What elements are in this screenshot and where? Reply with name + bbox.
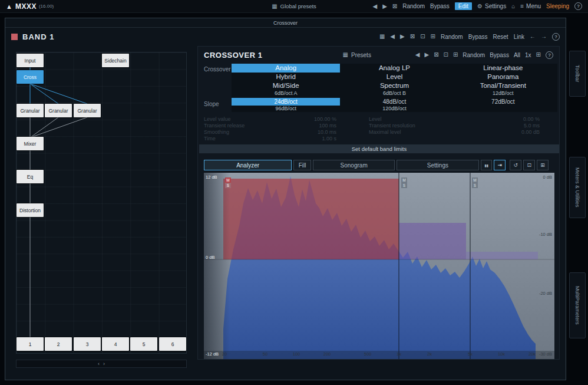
node-granular-1[interactable]: Granular <box>16 104 44 117</box>
presets-button[interactable]: ▦ Presets <box>343 52 371 58</box>
mid-marker[interactable]: M <box>472 177 478 183</box>
copy-icon[interactable]: ⊞ <box>453 52 458 58</box>
output-slot-1[interactable]: 1 <box>16 337 44 351</box>
normalize-button[interactable]: ⇥ <box>494 160 506 170</box>
band2-region[interactable] <box>399 223 466 259</box>
prev-icon[interactable]: ◀ <box>415 52 420 58</box>
band-help-icon[interactable]: ? <box>552 33 560 41</box>
slope-option-96db[interactable]: 96dB/oct <box>232 106 340 112</box>
output-slot-3[interactable]: 3 <box>74 337 101 351</box>
next-preset-icon[interactable]: ▶ <box>382 4 387 9</box>
type-option-mid-side[interactable]: Mid/Side <box>232 81 340 90</box>
arrow-right-icon[interactable]: → <box>541 34 547 40</box>
mid-marker[interactable]: M <box>401 177 407 183</box>
type-option-panorama[interactable]: Panorama <box>449 73 557 81</box>
prev-icon[interactable]: ◀ <box>390 34 395 40</box>
settings-button[interactable]: ⚙ Settings <box>477 3 506 9</box>
home-icon[interactable]: ⌂ <box>511 4 515 9</box>
sleeping-status[interactable]: Sleeping <box>546 3 569 9</box>
type-option-linear-phase[interactable]: Linear-phase <box>449 64 557 73</box>
tab-multiparameters[interactable]: MultiParameters <box>569 272 586 338</box>
node-granular-3[interactable]: Granular <box>74 104 101 117</box>
set-default-band-limits-button[interactable]: Set default band limits <box>199 144 559 153</box>
help-icon[interactable]: ? <box>574 2 582 10</box>
output-slot-2[interactable]: 2 <box>45 337 72 351</box>
tab-toolbar[interactable]: Toolbar <box>569 51 586 97</box>
tab-meters-utilities[interactable]: Meters & Utilities <box>569 157 586 218</box>
node-sidechain[interactable]: Sidechain <box>102 54 129 67</box>
side-marker[interactable]: S <box>401 183 407 188</box>
edit-button[interactable]: Edit <box>455 2 472 10</box>
paste-button[interactable]: ⊡ <box>523 160 535 170</box>
type-option-analog[interactable]: Analog <box>232 64 340 73</box>
crossover-random-button[interactable]: Random <box>463 52 485 58</box>
type-option-6db-a[interactable]: 6dB/oct A <box>232 90 340 97</box>
node-distortion[interactable]: Distortion <box>16 203 44 217</box>
band-color-swatch[interactable] <box>11 34 18 40</box>
routing-grid[interactable]: Input Sidechain Cross Granular Granular … <box>16 52 187 354</box>
paste-icon[interactable]: ⊡ <box>420 34 425 40</box>
slope-option-120db[interactable]: 120dB/oct <box>340 106 448 112</box>
band-bypass-button[interactable]: Bypass <box>468 34 488 40</box>
oversampling-button[interactable]: 1x <box>525 52 531 58</box>
slope-option-72db[interactable]: 72dB/oct <box>449 98 557 106</box>
channels-all-button[interactable]: All <box>514 52 520 58</box>
paste-icon[interactable]: ⊡ <box>444 52 448 58</box>
band-random-button[interactable]: Random <box>441 34 463 40</box>
close-box-icon[interactable]: ⊠ <box>434 52 438 58</box>
arrow-left-icon[interactable]: ← <box>530 34 536 40</box>
menu-button[interactable]: ≡ Menu <box>520 3 541 9</box>
global-presets-button[interactable]: ▦ Global presets <box>272 3 316 9</box>
output-slot-6[interactable]: 6 <box>159 337 186 351</box>
close-box-icon[interactable]: ⊠ <box>410 34 415 40</box>
prev-preset-icon[interactable]: ◀ <box>372 4 377 9</box>
node-eq[interactable]: Eq <box>16 170 44 183</box>
node-granular-2[interactable]: Granular <box>45 104 72 117</box>
node-cross-selected[interactable]: Cross <box>16 70 44 84</box>
mid-marker[interactable]: M <box>225 177 231 183</box>
close-box-icon[interactable]: ⊠ <box>392 4 397 9</box>
tab-sonogram[interactable]: Sonogram <box>313 160 395 170</box>
type-option-level[interactable]: Level <box>340 73 448 81</box>
tab-fill[interactable]: Fill <box>293 160 311 170</box>
slope-option-48db[interactable]: 48dB/oct <box>340 98 448 106</box>
crossover-bypass-button[interactable]: Bypass <box>490 52 509 58</box>
random-button[interactable]: Random <box>402 3 425 9</box>
side-marker[interactable]: S <box>472 183 478 188</box>
slope-option-24db[interactable]: 24dB/oct <box>232 98 340 106</box>
output-slot-5[interactable]: 5 <box>130 337 157 351</box>
reset-view-button[interactable]: ↺ <box>510 160 521 170</box>
pause-button[interactable]: ▮▮ <box>481 160 493 170</box>
type-option-6db-b[interactable]: 6dB/oct B <box>340 90 448 97</box>
scroll-left-icon[interactable]: ‹ <box>98 361 100 367</box>
node-input[interactable]: Input <box>16 54 44 67</box>
resize-icon[interactable]: ⊞ <box>536 52 541 58</box>
scroll-right-icon[interactable]: › <box>103 361 105 367</box>
type-option-tonal-transient[interactable]: Tonal/Transient <box>449 81 557 90</box>
band3-region[interactable] <box>466 252 538 259</box>
band1-ms-marker[interactable]: M S <box>225 177 231 188</box>
type-option-hybrid[interactable]: Hybrid <box>232 73 340 81</box>
tab-analyzer[interactable]: Analyzer <box>204 160 292 170</box>
node-mixer[interactable]: Mixer <box>16 137 44 150</box>
crossover-help-icon[interactable]: ? <box>546 51 553 59</box>
band3-ms-marker[interactable]: M S <box>472 177 478 188</box>
type-option-spectrum[interactable]: Spectrum <box>340 81 448 90</box>
copy-button[interactable]: ⊞ <box>537 160 549 170</box>
type-option-12db[interactable]: 12dB/oct <box>449 90 557 97</box>
output-slot-4[interactable]: 4 <box>102 337 129 351</box>
band-link-button[interactable]: Link <box>514 34 524 40</box>
tab-settings[interactable]: Settings <box>397 160 478 170</box>
next-icon[interactable]: ▶ <box>400 34 405 40</box>
band1-region[interactable] <box>223 179 399 259</box>
graph-horizontal-scrollbar[interactable]: ‹ › <box>16 360 187 368</box>
side-marker[interactable]: S <box>225 183 231 188</box>
band2-ms-marker[interactable]: M S <box>401 177 407 188</box>
type-option-analog-lp[interactable]: Analog LP <box>340 64 448 73</box>
bypass-button[interactable]: Bypass <box>430 3 450 9</box>
next-icon[interactable]: ▶ <box>424 52 429 58</box>
copy-icon[interactable]: ⊞ <box>431 34 435 40</box>
grid-icon[interactable]: ▦ <box>379 34 385 40</box>
band-reset-button[interactable]: Reset <box>493 34 508 40</box>
analyzer-graph[interactable]: 12 dB 0 dB -12 dB 0 dB -10 dB -20 dB -30… <box>204 173 554 359</box>
